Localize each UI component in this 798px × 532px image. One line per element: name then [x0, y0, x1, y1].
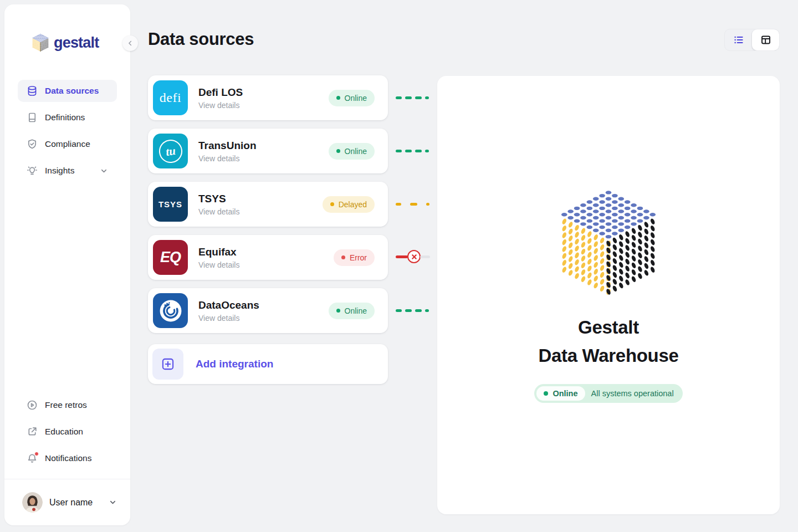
user-menu[interactable]: User name	[4, 479, 130, 525]
transunion-logo-text: tu	[157, 138, 183, 164]
chevron-left-icon	[126, 39, 134, 47]
status-badge: Online	[329, 90, 375, 106]
connector-dataoceans-online	[396, 309, 430, 312]
list-icon	[733, 34, 745, 46]
source-name: Defi LOS	[198, 86, 243, 99]
warehouse-panel: Gestalt Data Warehouse Online All system…	[437, 76, 780, 514]
source-card-dataoceans[interactable]: DataOceans View details Online	[148, 288, 388, 333]
source-card-transunion[interactable]: tu TransUnion View details Online	[148, 129, 388, 173]
status-badge: Error	[334, 249, 375, 266]
status-label: Online	[345, 94, 367, 103]
status-badge: Delayed	[323, 196, 375, 213]
sidebar-item-definitions[interactable]: Definitions	[18, 106, 117, 129]
source-card-tsys[interactable]: TSYS TSYS View details Delayed	[148, 182, 388, 227]
sidebar: gestalt Data sources Def	[4, 4, 130, 525]
view-details-link[interactable]: View details	[198, 207, 239, 216]
warehouse-title-line2: Data Warehouse	[437, 341, 780, 370]
sidebar-item-label: Data sources	[45, 86, 99, 96]
view-details-link[interactable]: View details	[198, 101, 243, 110]
view-details-link[interactable]: View details	[198, 314, 259, 323]
source-card-defi-los[interactable]: defi Defi LOS View details Online	[148, 75, 388, 120]
view-details-link[interactable]: View details	[198, 154, 257, 163]
connector-tsys-delayed	[396, 202, 430, 206]
source-name: DataOceans	[198, 299, 259, 311]
sidebar-item-label: Free retros	[45, 400, 87, 410]
source-card-equifax[interactable]: EQ Equifax View details Error	[148, 235, 388, 280]
gestalt-cube-logo-icon	[32, 33, 49, 52]
connector-transunion-online	[396, 149, 430, 152]
status-label: Online	[345, 306, 367, 315]
sidebar-item-free-retros[interactable]: Free retros	[18, 394, 117, 416]
bell-icon	[27, 453, 38, 464]
sidebar-item-insights[interactable]: Insights	[18, 160, 117, 182]
warehouse-status-label: Online	[553, 389, 577, 398]
source-name: TransUnion	[198, 140, 257, 152]
plus-square-icon	[152, 349, 183, 380]
notification-unread-dot	[34, 452, 39, 456]
status-label: Online	[345, 147, 367, 156]
status-dot	[544, 391, 548, 396]
status-label: Delayed	[339, 200, 367, 209]
sidebar-item-compliance[interactable]: Compliance	[18, 133, 117, 155]
sidebar-nav: Data sources Definitions Compliance	[18, 80, 117, 186]
brand-logo: gestalt	[32, 33, 99, 52]
error-x-icon	[407, 250, 421, 263]
status-badge: Online	[329, 303, 375, 319]
status-label: Error	[350, 253, 367, 262]
add-integration-button[interactable]: Add integration	[148, 344, 388, 384]
wave-circle-icon	[159, 299, 182, 323]
brand-wordmark: gestalt	[54, 34, 99, 52]
warehouse-status-badge: Online All systems operational	[534, 384, 682, 403]
sidebar-item-label: Insights	[45, 166, 74, 176]
table-layout-icon	[760, 34, 772, 46]
source-name: TSYS	[198, 193, 239, 205]
sidebar-item-label: Definitions	[45, 112, 85, 122]
sidebar-footer-nav: Free retros Education Notifications	[18, 394, 117, 474]
status-dot	[336, 149, 340, 153]
equifax-logo: EQ	[153, 240, 188, 275]
chevron-down-icon[interactable]	[100, 167, 108, 175]
sidebar-item-education[interactable]: Education	[18, 421, 117, 443]
warehouse-status-note: All systems operational	[591, 389, 674, 398]
data-source-list: defi Defi LOS View details Online tu Tra…	[148, 75, 388, 384]
sidebar-item-label: Notifications	[45, 453, 91, 463]
view-toggle	[724, 29, 780, 51]
status-dot	[336, 96, 340, 100]
sidebar-item-notifications[interactable]: Notifications	[18, 447, 117, 469]
play-circle-icon	[27, 400, 38, 411]
sidebar-item-label: Compliance	[45, 139, 90, 149]
table-view-button[interactable]	[752, 29, 779, 50]
status-dot	[330, 202, 334, 206]
book-icon	[27, 112, 38, 123]
warehouse-title-line1: Gestalt	[437, 313, 780, 341]
tsys-logo-text: TSYS	[158, 200, 182, 209]
lightbulb-icon	[27, 165, 38, 176]
warehouse-online-pill: Online	[536, 386, 585, 401]
defi-logo: defi	[153, 80, 188, 115]
status-badge: Online	[329, 143, 375, 160]
connector-defi-online	[396, 96, 430, 99]
database-icon	[27, 85, 38, 96]
sidebar-collapse-button[interactable]	[122, 35, 138, 51]
avatar	[22, 492, 43, 513]
list-view-button[interactable]	[725, 29, 752, 50]
add-integration-label: Add integration	[196, 358, 273, 370]
warehouse-title: Gestalt Data Warehouse	[437, 313, 780, 370]
page-title: Data sources	[148, 29, 254, 49]
external-link-icon	[27, 426, 38, 437]
tsys-logo: TSYS	[153, 187, 188, 222]
equifax-logo-text: EQ	[160, 249, 181, 266]
source-name: Equifax	[198, 246, 239, 258]
status-dot	[336, 309, 340, 313]
dataoceans-logo	[153, 293, 188, 328]
chevron-down-icon	[109, 498, 117, 507]
user-name: User name	[49, 498, 93, 508]
view-details-link[interactable]: View details	[198, 260, 239, 269]
status-dot	[341, 255, 345, 259]
connector-equifax-error	[396, 250, 430, 263]
shield-check-icon	[27, 139, 38, 150]
sidebar-item-label: Education	[45, 427, 83, 437]
sidebar-item-data-sources[interactable]: Data sources	[18, 80, 117, 102]
dot-cube-illustration	[560, 187, 657, 299]
defi-logo-text: defi	[160, 90, 181, 105]
